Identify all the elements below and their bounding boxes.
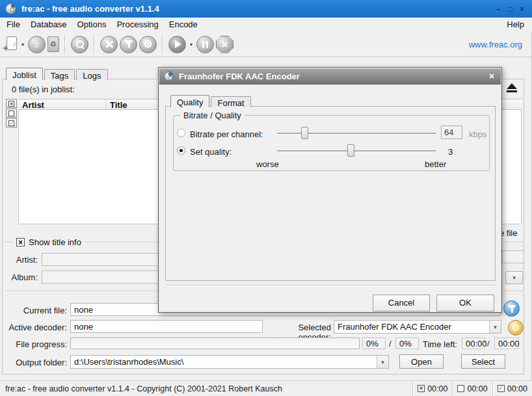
show-title-info-toggle[interactable]: × Show title info [13, 237, 85, 247]
add-files-dropdown-arrow-icon[interactable] [20, 42, 26, 47]
remove-all-entries-button[interactable] [47, 36, 59, 52]
percent-separator: / [389, 339, 392, 349]
unselected-tracks-time: 00:00 [452, 381, 492, 396]
menu-processing[interactable]: Processing [111, 18, 163, 32]
toggle-track-selection-button[interactable] [6, 118, 17, 127]
file-percent-value: 0% [362, 337, 386, 349]
groupbox-title: Bitrate / Quality [180, 111, 245, 120]
menu-database[interactable]: Database [25, 18, 72, 32]
select-folder-button[interactable]: Select [461, 354, 505, 369]
bitrate-radio[interactable] [177, 129, 185, 137]
toolbar-separator [162, 34, 163, 54]
file-progress-bar [70, 337, 360, 349]
set-quality-radio[interactable] [177, 146, 185, 155]
minimize-button[interactable]: – [496, 5, 501, 14]
dialog-titlebar: Fraunhofer FDK AAC Encoder × [159, 68, 501, 85]
funnel-icon [507, 305, 516, 313]
checkbox-check-icon [498, 385, 505, 392]
output-folder-label: Output folder: [0, 358, 67, 367]
joblist-count-text: 0 file(s) in joblist: [12, 85, 75, 94]
freac-logo-icon [164, 72, 174, 81]
pause-encoding-button[interactable] [196, 36, 214, 53]
tab-joblist[interactable]: Joblist [6, 68, 43, 80]
time-left-label: Time left: [423, 339, 459, 349]
checkbox-x-icon [8, 101, 14, 107]
output-folder-combobox[interactable]: d:\Users\tristanrhodes\Music\ [70, 355, 389, 369]
checkbox-empty-icon [8, 111, 14, 116]
main-tabs: Joblist Tags Logs [6, 68, 109, 80]
partial-covered-dropdown-button[interactable] [505, 271, 523, 284]
select-no-tracks-button[interactable] [6, 109, 17, 118]
time-total-value: 00:00 [494, 337, 519, 349]
album-label: Album: [0, 272, 38, 282]
statusbar: fre:ac - free audio converter v1.1.4 - C… [0, 380, 532, 396]
time-left-value: 00:00 [462, 337, 485, 349]
worse-label: worse [256, 159, 279, 169]
selected-tracks-time: 00:00 [412, 381, 452, 396]
bitrate-slider-handle[interactable] [301, 127, 308, 139]
query-cddb-button[interactable] [71, 36, 88, 53]
stop-encoding-button[interactable] [216, 36, 233, 53]
tools-icon [104, 39, 114, 49]
search-icon [75, 40, 85, 49]
show-title-info-label: Show title info [29, 237, 81, 247]
eject-drive-button[interactable] [505, 83, 519, 94]
chevron-down-icon[interactable] [377, 356, 388, 368]
start-encoding-dropdown-arrow-icon[interactable] [188, 42, 194, 47]
eject-icon [507, 83, 517, 89]
signal-processing-button[interactable] [120, 36, 137, 53]
window-titlebar: fre:ac - free audio converter v1.1.4 – □… [0, 0, 532, 18]
cancel-button[interactable]: Cancel [373, 295, 430, 311]
quality-slider-track[interactable] [277, 150, 436, 152]
bitrate-unit-label: kbps [469, 129, 486, 139]
bitrate-value-field[interactable] [441, 125, 462, 139]
file-progress-label: File progress: [0, 339, 67, 349]
quality-slider-handle[interactable] [347, 144, 354, 157]
current-file-label: Current file: [0, 306, 67, 315]
menu-encode[interactable]: Encode [164, 18, 203, 32]
checkbox-checked-icon: × [16, 238, 25, 246]
timer-value: 00:00 [427, 384, 447, 393]
partial-covered-field[interactable] [502, 250, 524, 263]
close-button[interactable]: × [520, 5, 524, 14]
toolbar-separator [64, 34, 66, 54]
start-encoding-button[interactable] [168, 36, 186, 53]
dialog-button-divider [165, 285, 496, 285]
column-header-artist[interactable]: Artist [18, 99, 106, 109]
configure-encoder-button[interactable] [139, 36, 157, 53]
signal-processing-settings-button[interactable] [503, 300, 520, 317]
timer-value: 00:00 [507, 384, 527, 393]
add-files-button[interactable]: ♪ + [3, 36, 18, 53]
menu-help[interactable]: Help [500, 18, 531, 32]
better-label: better [425, 159, 446, 169]
menu-options[interactable]: Options [72, 18, 112, 32]
open-folder-button[interactable]: Open [399, 354, 444, 369]
freac-website-link[interactable]: www.freac.org [469, 40, 529, 49]
tab-quality[interactable]: Quality [170, 95, 209, 107]
timer-value: 00:00 [467, 384, 487, 393]
plus-icon: + [3, 44, 8, 52]
output-folder-value: d:\Users\tristanrhodes\Music\ [71, 357, 377, 367]
encoder-settings-button[interactable] [508, 320, 524, 336]
tab-logs[interactable]: Logs [76, 69, 107, 80]
active-decoder-field [70, 320, 263, 333]
freac-main-window: fre:ac - free audio converter v1.1.4 – □… [0, 0, 532, 396]
tab-tags[interactable]: Tags [44, 69, 75, 80]
maximize-button[interactable]: □ [508, 5, 512, 14]
chevron-down-icon[interactable] [489, 321, 501, 333]
menu-file[interactable]: File [1, 18, 25, 32]
tab-format[interactable]: Format [211, 96, 250, 107]
bitrate-label: Bitrate per channel: [190, 129, 263, 139]
funnel-icon [124, 40, 133, 48]
dialog-close-button[interactable]: × [487, 71, 496, 81]
ok-button[interactable]: OK [436, 295, 494, 311]
selected-encoder-value: Fraunhofer FDK AAC Encoder [334, 322, 489, 332]
checkbox-empty-icon [457, 385, 464, 392]
select-all-tracks-button[interactable] [6, 99, 17, 108]
encoder-config-dialog: Fraunhofer FDK AAC Encoder × Quality For… [158, 67, 502, 313]
add-audio-cd-button[interactable] [28, 36, 46, 53]
quality-value: 3 [448, 147, 453, 157]
time-separator: / [487, 339, 490, 349]
selected-encoder-combobox[interactable]: Fraunhofer FDK AAC Encoder [334, 320, 501, 334]
general-settings-button[interactable] [100, 36, 118, 53]
